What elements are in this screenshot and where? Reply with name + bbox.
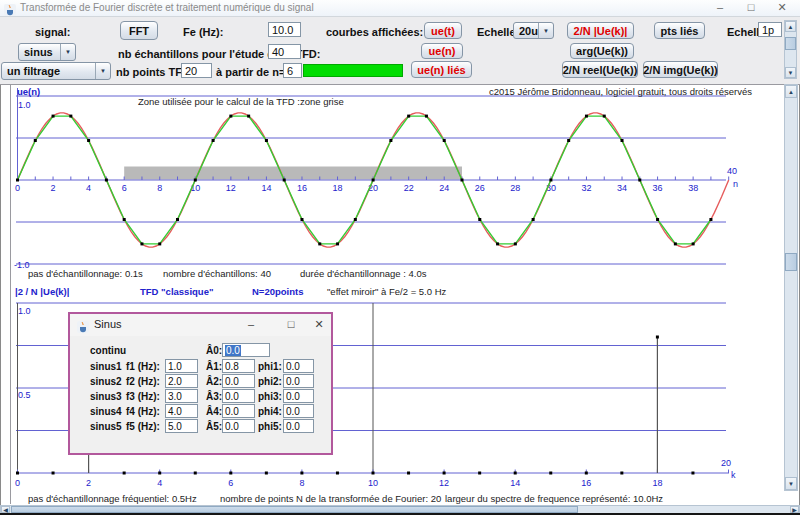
a4-input[interactable]: 0.0 [222, 404, 255, 418]
scroll-down-icon[interactable]: ▼ [785, 477, 797, 490]
sinus4-label: sinus4 [90, 406, 122, 417]
stat-duration: durée d'échantillonnage : 4.0s [300, 268, 426, 279]
sinus-dialog: Sinus – □ ✕ continu Â0: 0.0 sinus1 f1 (H… [68, 312, 333, 455]
svg-text:k: k [731, 470, 736, 480]
dialog-maximize-button[interactable]: □ [282, 316, 300, 332]
a-partir-input[interactable]: 6 [283, 63, 302, 78]
a3-input[interactable]: 0.0 [222, 389, 255, 403]
svg-text:12: 12 [226, 183, 236, 193]
svg-text:28: 28 [510, 183, 520, 193]
signal-type-value: sinus [24, 46, 53, 58]
f1-label: f1 (Hz): [126, 361, 160, 372]
f3-input[interactable]: 3.0 [165, 389, 198, 403]
toolbar-scrollbar-thumb[interactable] [785, 37, 796, 50]
copyright-text: c2015 Jérôme Bridonneau, logiciel gratui… [489, 86, 752, 97]
phi4-input[interactable]: 0.0 [283, 404, 314, 418]
svg-text:16: 16 [297, 183, 307, 193]
phi1-input[interactable]: 0.0 [283, 359, 314, 373]
svg-text:1.0: 1.0 [18, 306, 31, 316]
phi1-label: phi1: [258, 361, 282, 372]
scroll-up-icon[interactable]: ▲ [785, 21, 796, 32]
svg-text:12: 12 [439, 478, 449, 488]
svg-text:4: 4 [157, 478, 162, 488]
ue-k-mag-button[interactable]: 2/N |Ue(k)| [567, 22, 634, 39]
pts-lies-button[interactable]: pts liés [654, 22, 705, 39]
a1-input[interactable]: 0.8 [222, 359, 255, 373]
phi5-label: phi5: [258, 421, 282, 432]
courbes-label: courbes affichées: [326, 26, 423, 38]
continu-label: continu [90, 345, 126, 356]
scroll-down-icon[interactable]: ▼ [785, 67, 796, 78]
scroll-left-icon[interactable]: ◀ [1, 506, 10, 513]
signal-plot-canvas: 024681012141618202224262830323436381.0-1… [0, 84, 800, 284]
arg-ue-k-button[interactable]: arg(Ue(k)) [570, 43, 634, 59]
svg-text:6: 6 [122, 183, 127, 193]
f2-input[interactable]: 2.0 [165, 374, 198, 388]
fe-input[interactable]: 10.0 [268, 22, 301, 37]
window-close-button[interactable]: ✕ [774, 0, 790, 14]
sinus5-label: sinus5 [90, 421, 122, 432]
window-title: Transformée de Fourier discrète et trait… [20, 2, 314, 13]
svg-text:38: 38 [688, 183, 698, 193]
f1-input[interactable]: 1.0 [165, 359, 198, 373]
horizontal-scrollbar-thumb[interactable] [11, 506, 578, 513]
reel-ue-k-button[interactable]: 2/N reel(Ue(k)) [562, 61, 638, 78]
a-partir-label: à partir de n= [216, 66, 285, 78]
fft-button[interactable]: FFT [120, 21, 158, 40]
stat-spectrum-width: largeur du spectre de frequence représen… [445, 493, 663, 504]
f4-input[interactable]: 4.0 [165, 404, 198, 418]
a0-input[interactable]: 0.0 [222, 343, 270, 357]
phi2-input[interactable]: 0.0 [283, 374, 314, 388]
svg-text:36: 36 [653, 183, 663, 193]
filtrage-combo[interactable]: un filtrage ▼ [1, 62, 111, 80]
window-minimize-button[interactable]: – [712, 0, 728, 14]
stat-sample-count: nombre d'échantillons: 40 [163, 268, 271, 279]
vertical-scrollbar-thumb[interactable] [785, 253, 797, 271]
f5-input[interactable]: 5.0 [165, 419, 198, 433]
stat-sampling-step: pas d'échantillonnage: 0.1s [28, 268, 143, 279]
echelle-v1-value: 20u [519, 25, 538, 37]
svg-text:0: 0 [15, 183, 20, 193]
a2-label: Â2: [206, 376, 222, 387]
svg-text:14: 14 [510, 478, 520, 488]
svg-text:26: 26 [475, 183, 485, 193]
nb-points-input[interactable]: 20 [181, 63, 212, 78]
signal-type-combo[interactable]: sinus ▼ [18, 43, 76, 61]
toolbar-scrollbar[interactable]: ▲ ▼ [784, 20, 797, 79]
plot1-ylabel: ue(n) [17, 86, 40, 97]
fe-label: Fe (Hz): [183, 26, 223, 38]
phi5-input[interactable]: 0.0 [283, 419, 314, 433]
scroll-up-icon[interactable]: ▲ [785, 85, 797, 98]
echelle-v1-combo[interactable]: 20u ▼ [513, 22, 554, 39]
a3-label: Â3: [206, 391, 222, 402]
tfd-zone-note: Zone utilisée pour le calcul de la TFD :… [138, 96, 344, 107]
sinus-dialog-title: Sinus [94, 318, 122, 330]
ue-n-lies-button[interactable]: ue(n) liés [411, 61, 472, 78]
a0-label: Â0: [206, 345, 222, 356]
sinus1-label: sinus1 [90, 361, 122, 372]
svg-text:2: 2 [86, 478, 91, 488]
dialog-minimize-button[interactable]: – [242, 316, 260, 332]
stat-freq-step: pas d'échantillonnage fréquentiel: 0.5Hz [28, 493, 197, 504]
echelle-v2-input[interactable]: 1p [758, 22, 782, 37]
signal-label: signal: [35, 26, 70, 38]
phi3-input[interactable]: 0.0 [283, 389, 314, 403]
img-ue-k-button[interactable]: 2/N img(Ue(k)) [643, 61, 718, 78]
a2-input[interactable]: 0.0 [222, 374, 255, 388]
dialog-close-button[interactable]: ✕ [310, 316, 328, 332]
sinus-dialog-titlebar[interactable]: Sinus – □ ✕ [70, 314, 331, 336]
ue-n-button[interactable]: ue(n) [421, 43, 463, 59]
nb-ech-input[interactable]: 40 [268, 44, 301, 59]
scroll-right-icon[interactable]: ▶ [790, 506, 799, 513]
vertical-scrollbar[interactable]: ▲ ▼ [784, 84, 798, 491]
window-titlebar[interactable]: Transformée de Fourier discrète et trait… [0, 0, 800, 17]
window-maximize-button[interactable]: □ [743, 0, 759, 14]
ue-t-button[interactable]: ue(t) [424, 22, 462, 39]
filtrage-value: un filtrage [7, 65, 60, 77]
svg-text:4: 4 [86, 183, 91, 193]
phi2-label: phi2: [258, 376, 282, 387]
svg-text:20: 20 [721, 458, 731, 468]
toolbar: signal: FFT Fe (Hz): 10.0 courbes affich… [0, 17, 800, 85]
a5-input[interactable]: 0.0 [222, 419, 255, 433]
svg-text:6: 6 [228, 478, 233, 488]
